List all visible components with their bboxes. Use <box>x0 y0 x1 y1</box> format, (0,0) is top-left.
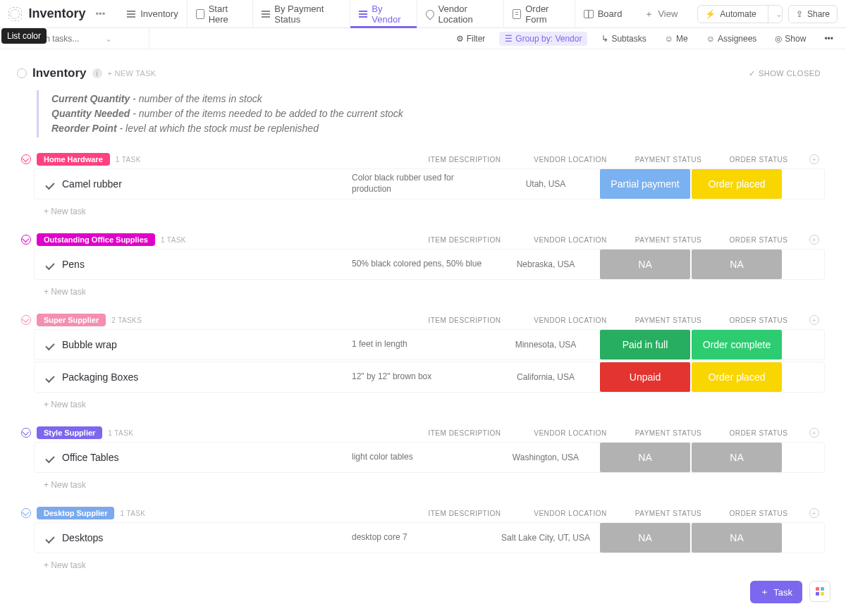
column-header-ord[interactable]: ORDER STATUS <box>713 236 804 244</box>
row-payment-status[interactable]: Paid in full <box>600 330 690 359</box>
group-toggle[interactable] <box>21 154 31 164</box>
group-pill[interactable]: Outstanding Office Supplies <box>37 233 155 246</box>
column-header-pay[interactable]: PAYMENT STATUS <box>623 236 713 244</box>
group-pill[interactable]: Super Supplier <box>37 314 106 326</box>
row-name[interactable]: Pens <box>62 259 85 270</box>
groupby-button[interactable]: ☰Group by: Vendor <box>499 32 587 46</box>
table-row[interactable]: Packaging Boxes12" by 12" brown boxCalif… <box>34 362 825 393</box>
row-payment-status[interactable]: Partial payment <box>600 169 690 199</box>
status-circle-icon[interactable] <box>17 68 27 78</box>
add-view-button[interactable]: ＋View <box>636 0 686 27</box>
more-icon[interactable]: ••• <box>93 8 109 19</box>
column-header-ord[interactable]: ORDER STATUS <box>713 429 804 437</box>
group-toggle[interactable] <box>21 508 31 518</box>
row-location[interactable]: Salt Lake City, UT, USA <box>493 523 599 553</box>
row-description[interactable]: Color black rubber used for production <box>352 169 493 199</box>
show-closed-button[interactable]: ✓SHOW CLOSED <box>744 67 825 80</box>
row-payment-status[interactable]: NA <box>600 523 690 553</box>
filter-button[interactable]: ⚙Filter <box>452 32 490 46</box>
row-description[interactable]: 50% black colored pens, 50% blue <box>352 250 493 279</box>
new-task-button[interactable]: + New task <box>44 394 825 411</box>
column-header-desc[interactable]: ITEM DESCRIPTION <box>412 236 517 244</box>
row-location[interactable]: California, USA <box>493 362 599 392</box>
column-header-loc[interactable]: VENDOR LOCATION <box>517 156 623 164</box>
add-column-button[interactable]: + <box>804 508 825 518</box>
row-name[interactable]: Packaging Boxes <box>62 371 138 383</box>
column-header-loc[interactable]: VENDOR LOCATION <box>517 510 623 517</box>
row-payment-status[interactable]: NA <box>600 250 690 279</box>
column-header-pay[interactable]: PAYMENT STATUS <box>623 510 713 517</box>
share-button[interactable]: ⇪Share <box>788 5 838 23</box>
add-column-button[interactable]: + <box>804 235 825 245</box>
tab-inventory[interactable]: Inventory <box>118 0 187 27</box>
column-header-loc[interactable]: VENDOR LOCATION <box>517 316 623 324</box>
group-toggle[interactable] <box>21 428 31 438</box>
chevron-down-icon[interactable]: ⌄ <box>105 34 112 44</box>
new-task-button[interactable]: + New task <box>44 555 825 572</box>
row-location[interactable]: Nebraska, USA <box>493 250 599 279</box>
tab-board[interactable]: Board <box>575 0 631 27</box>
table-row[interactable]: Office Tableslight color tablesWashingto… <box>34 442 825 473</box>
column-header-pay[interactable]: PAYMENT STATUS <box>623 316 713 324</box>
assignees-button[interactable]: ☺Assignees <box>702 32 761 46</box>
add-column-button[interactable]: + <box>804 315 825 325</box>
check-icon[interactable] <box>44 340 55 350</box>
column-header-desc[interactable]: ITEM DESCRIPTION <box>412 510 517 517</box>
row-order-status[interactable]: Order complete <box>692 330 782 359</box>
column-header-pay[interactable]: PAYMENT STATUS <box>623 429 713 437</box>
row-order-status[interactable]: Order placed <box>692 362 782 392</box>
group-toggle[interactable] <box>21 315 31 325</box>
show-button[interactable]: ◎Show <box>771 32 810 46</box>
tab-vendor-location[interactable]: Vendor Location <box>417 0 505 27</box>
tab-by-vendor[interactable]: By Vendor <box>350 0 417 27</box>
subtasks-button[interactable]: ↳Subtasks <box>597 32 650 46</box>
row-description[interactable]: desktop core 7 <box>352 523 493 553</box>
group-toggle[interactable] <box>21 235 31 245</box>
row-location[interactable]: Minnesota, USA <box>493 330 599 359</box>
column-header-ord[interactable]: ORDER STATUS <box>713 510 804 517</box>
row-order-status[interactable]: NA <box>692 250 782 279</box>
check-icon[interactable] <box>44 452 55 463</box>
add-column-button[interactable]: + <box>804 154 825 164</box>
row-name[interactable]: Bubble wrap <box>62 339 117 350</box>
new-task-button[interactable]: + New task <box>44 281 825 298</box>
row-payment-status[interactable]: NA <box>600 443 690 472</box>
me-button[interactable]: ☺Me <box>661 32 692 46</box>
check-icon[interactable] <box>44 259 55 270</box>
group-pill[interactable]: Desktop Supplier <box>37 507 114 519</box>
row-order-status[interactable]: NA <box>692 443 782 472</box>
row-order-status[interactable]: NA <box>692 523 782 553</box>
row-description[interactable]: 1 feet in length <box>352 330 493 359</box>
new-task-button[interactable]: + New task <box>44 201 825 218</box>
table-row[interactable]: Camel rubberColor black rubber used for … <box>34 168 825 199</box>
tab-order-form[interactable]: Order Form <box>504 0 575 27</box>
row-order-status[interactable]: Order placed <box>692 169 782 199</box>
row-description[interactable]: 12" by 12" brown box <box>352 362 493 392</box>
column-header-pay[interactable]: PAYMENT STATUS <box>623 156 713 164</box>
row-name[interactable]: Office Tables <box>62 452 118 463</box>
table-row[interactable]: Bubble wrap1 feet in lengthMinnesota, US… <box>34 329 825 360</box>
row-description[interactable]: light color tables <box>352 443 493 472</box>
add-column-button[interactable]: + <box>804 428 825 438</box>
more-toolbar-button[interactable]: ••• <box>820 32 838 46</box>
row-location[interactable]: Utah, USA <box>493 169 599 199</box>
group-pill[interactable]: Home Hardware <box>37 153 110 166</box>
automate-button[interactable]: ⚡Automate ⌄ <box>697 5 783 23</box>
column-header-loc[interactable]: VENDOR LOCATION <box>517 236 623 244</box>
column-header-ord[interactable]: ORDER STATUS <box>713 316 804 324</box>
task-fab[interactable]: ＋Task <box>750 581 802 603</box>
row-name[interactable]: Camel rubber <box>62 178 122 190</box>
check-icon[interactable] <box>44 533 55 543</box>
tab-start-here[interactable]: Start Here <box>188 0 254 27</box>
column-header-ord[interactable]: ORDER STATUS <box>713 156 804 164</box>
table-row[interactable]: Pens50% black colored pens, 50% blueNebr… <box>34 249 825 280</box>
column-header-desc[interactable]: ITEM DESCRIPTION <box>412 156 517 164</box>
column-header-desc[interactable]: ITEM DESCRIPTION <box>412 316 517 324</box>
row-payment-status[interactable]: Unpaid <box>600 362 690 392</box>
group-pill[interactable]: Style Supplier <box>37 426 102 439</box>
info-icon[interactable]: i <box>92 68 102 78</box>
list-color-button[interactable] <box>8 7 22 21</box>
check-icon[interactable] <box>44 372 55 383</box>
table-row[interactable]: Desktopsdesktop core 7Salt Lake City, UT… <box>34 522 825 553</box>
column-header-desc[interactable]: ITEM DESCRIPTION <box>412 429 517 437</box>
